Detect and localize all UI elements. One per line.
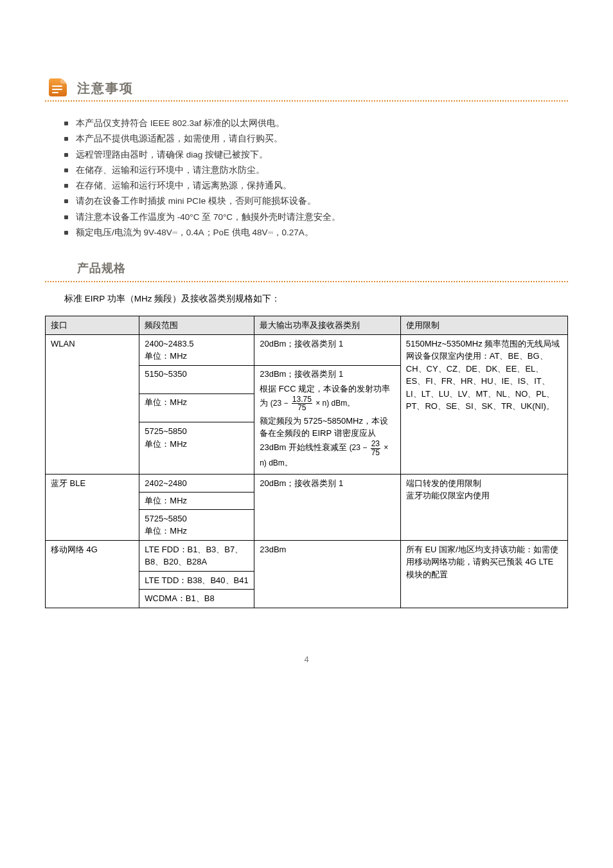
table-row: 蓝牙 BLE 2402~2480 20dBm；接收器类别 1 端口转发的使用限制… bbox=[46, 474, 568, 493]
note-item: 远程管理路由器时，请确保 diag 按键已被按下。 bbox=[64, 149, 562, 161]
rule bbox=[45, 281, 568, 282]
svg-rect-1 bbox=[52, 89, 62, 90]
col-interface: 接口 bbox=[46, 316, 139, 335]
iface-wlan: WLAN bbox=[46, 334, 139, 474]
band-range: 5725~5850 bbox=[145, 425, 249, 438]
fraction-den: 75 bbox=[292, 404, 312, 412]
note-item: 在储存、运输和运行环境中，请注意防水防尘。 bbox=[64, 164, 562, 177]
band-range: 2402~2480 bbox=[139, 474, 254, 493]
band-range: LTE FDD：B1、B3、B7、B8、B20、B28A bbox=[139, 540, 254, 571]
power-cell: 20dBm；接收器类别 1 bbox=[254, 474, 401, 540]
note-item: 本产品仅支持符合 IEEE 802.3af 标准的以太网供电。 bbox=[64, 117, 562, 130]
band-range: 5725~5850 bbox=[145, 512, 249, 525]
restrict-cell: 所有 EU 国家/地区均支持该功能：如需使用移动网络功能，请购买已预装 4G L… bbox=[400, 540, 567, 608]
power-cell: 20dBm；接收器类别 1 bbox=[254, 334, 401, 365]
note-item: 在存储、运输和运行环境中，请远离热源，保持通风。 bbox=[64, 179, 562, 192]
col-restrict: 使用限制 bbox=[400, 316, 567, 335]
notes-title: 注意事项 bbox=[77, 78, 134, 99]
svg-rect-0 bbox=[52, 86, 62, 87]
spec-section-head: 产品规格 bbox=[45, 260, 568, 282]
iface-ble: 蓝牙 BLE bbox=[46, 474, 139, 540]
col-power: 最大输出功率及接收器类别 bbox=[254, 316, 401, 335]
power-note: 根据 FCC 规定，本设备的发射功率为 (23 − 13.7575 × n) d… bbox=[260, 383, 395, 412]
unit-label: 单位：MHz bbox=[139, 394, 254, 422]
note-item: 请勿在设备工作时插拔 mini PCIe 模块，否则可能损坏设备。 bbox=[64, 195, 562, 208]
power-note: 额定频段为 5725~5850MHz，本设备在全频段的 EIRP 谱密度应从 2… bbox=[260, 415, 395, 469]
table-row: WLAN 2400~2483.5 单位：MHz 20dBm；接收器类别 1 51… bbox=[46, 334, 568, 365]
unit-label: 单位：MHz bbox=[139, 493, 254, 510]
power-cell: 23dBm；接收器类别 1 bbox=[260, 368, 395, 381]
unit-label: 单位：MHz bbox=[145, 438, 249, 451]
iface-4g: 移动网络 4G bbox=[46, 540, 139, 608]
unit-label: 单位：MHz bbox=[145, 525, 249, 538]
fraction-den: 75 bbox=[371, 449, 380, 457]
page-number: 4 bbox=[45, 653, 568, 666]
note-item: 请注意本设备工作温度为 -40°C 至 70°C，触摸外壳时请注意安全。 bbox=[64, 211, 562, 224]
band-range: 5150~5350 bbox=[139, 365, 254, 393]
col-band: 频段范围 bbox=[139, 316, 254, 335]
restrict-line: 蓝牙功能仅限室内使用 bbox=[406, 489, 562, 502]
spec-title: 产品规格 bbox=[45, 260, 568, 280]
restrict-cell: 5150MHz~5350MHz 频率范围的无线局域网设备仅限室内使用：AT、BE… bbox=[400, 334, 567, 474]
notes-icon bbox=[45, 76, 71, 99]
rule bbox=[45, 100, 568, 102]
band-range: WCDMA：B1、B8 bbox=[139, 590, 254, 608]
fraction-num: 13.75 bbox=[292, 395, 312, 404]
notes-section-head: 注意事项 bbox=[45, 76, 568, 102]
band-range: LTE TDD：B38、B40、B41 bbox=[139, 571, 254, 590]
fraction-num: 23 bbox=[371, 440, 380, 449]
band-range: 2400~2483.5 bbox=[145, 338, 249, 350]
spec-desc: 标准 EIRP 功率（MHz 频段）及接收器类别规格如下： bbox=[45, 286, 568, 312]
svg-rect-2 bbox=[52, 92, 58, 93]
power-cell: 23dBm bbox=[254, 540, 401, 608]
spec-table: 接口 频段范围 最大输出功率及接收器类别 使用限制 WLAN 2400~2483… bbox=[45, 316, 568, 608]
restrict-line: 端口转发的使用限制 bbox=[406, 477, 562, 490]
notes-list: 本产品仅支持符合 IEEE 802.3af 标准的以太网供电。 本产品不提供电源… bbox=[45, 105, 568, 251]
note-item: 额定电压/电流为 9V-48V⎓，0.4A；PoE 供电 48V⎓，0.27A。 bbox=[64, 226, 562, 239]
note-item: 本产品不提供电源适配器，如需使用，请自行购买。 bbox=[64, 132, 562, 145]
table-row: 移动网络 4G LTE FDD：B1、B3、B7、B8、B20、B28A 23d… bbox=[46, 540, 568, 571]
table-header-row: 接口 频段范围 最大输出功率及接收器类别 使用限制 bbox=[46, 316, 568, 335]
unit-label: 单位：MHz bbox=[145, 350, 249, 363]
